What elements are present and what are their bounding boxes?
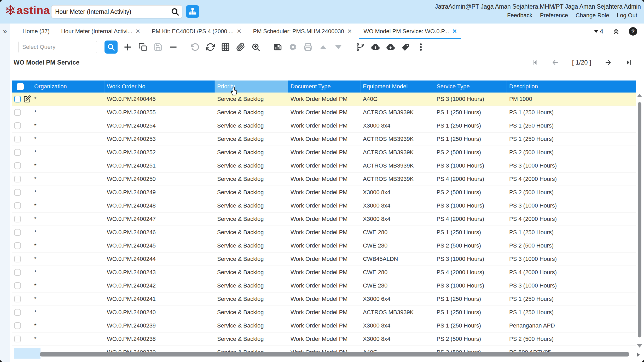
vertical-scrollbar[interactable] <box>637 93 642 357</box>
table-row[interactable]: * WO.0.PM.2400249 Service & Backlog Work… <box>12 186 636 199</box>
column-header-description[interactable]: Description <box>507 81 636 93</box>
table-row[interactable]: * WO.0.PM.2400245 Service & Backlog Work… <box>12 239 636 252</box>
tab-wo-model-pm-service-wo-0-p-[interactable]: WO Model PM Service: WO.0.P...✕ <box>358 24 463 39</box>
column-header-service-type[interactable]: Service Type <box>434 81 507 93</box>
row-checkbox[interactable] <box>14 322 21 329</box>
row-checkbox[interactable] <box>14 149 21 156</box>
delete-button[interactable] <box>168 42 178 52</box>
tab-hour-meter-internal-activi-[interactable]: Hour Meter (Internal Activi...✕ <box>55 24 146 39</box>
zoom-button[interactable] <box>251 42 261 52</box>
scroll-right-arrow-icon[interactable] <box>637 352 640 357</box>
table-row[interactable]: * WO.0.PM.2400252 Service & Backlog Work… <box>12 146 636 159</box>
copy-button[interactable] <box>138 42 148 52</box>
row-checkbox[interactable] <box>14 296 21 302</box>
tab-pm-scheduler-pms-mhm-2400030[interactable]: PM Scheduler: PMS.MHM.2400030✕ <box>247 24 358 39</box>
row-checkbox[interactable] <box>14 256 21 262</box>
row-checkbox[interactable] <box>14 242 21 249</box>
row-checkbox[interactable] <box>14 96 21 102</box>
scroll-up-arrow-icon[interactable] <box>637 94 642 97</box>
tab-list-dropdown[interactable]: 4 <box>594 28 603 35</box>
search-icon[interactable] <box>171 7 179 16</box>
table-row[interactable]: * WO.0.PM.2400445 Service & Backlog Work… <box>12 93 636 106</box>
move-down-button[interactable] <box>333 42 343 52</box>
column-header-document-type[interactable]: Document Type <box>288 81 361 93</box>
link-log-out[interactable]: Log Out <box>613 12 641 19</box>
table-row[interactable]: * WO.0.PM.2400241 Service & Backlog Work… <box>12 292 636 306</box>
row-checkbox[interactable] <box>14 136 21 142</box>
select-query-input[interactable] <box>19 44 97 50</box>
search-button[interactable] <box>105 41 118 54</box>
row-checkbox[interactable] <box>14 216 21 222</box>
edit-record-icon[interactable] <box>23 95 31 103</box>
row-checkbox[interactable] <box>14 229 21 236</box>
row-checkbox[interactable] <box>14 269 21 276</box>
undo-button[interactable] <box>190 42 200 52</box>
download-button[interactable] <box>370 42 380 52</box>
table-row[interactable]: * WO.0.PM.2400247 Service & Backlog Work… <box>12 212 636 226</box>
refresh-button[interactable] <box>205 42 215 52</box>
row-checkbox[interactable] <box>14 282 21 289</box>
column-header-organization[interactable]: Organization <box>32 81 105 93</box>
row-checkbox[interactable] <box>14 176 21 182</box>
first-page-button[interactable] <box>531 59 538 66</box>
vertical-scroll-thumb[interactable] <box>638 102 641 337</box>
table-row[interactable]: * WO.0.PM.2400243 Service & Backlog Work… <box>12 266 636 279</box>
more-options-button[interactable] <box>416 42 426 52</box>
select-all-checkbox[interactable] <box>17 83 24 90</box>
close-tab-icon[interactable]: ✕ <box>237 28 241 35</box>
column-header-priority[interactable]: Priority <box>215 81 288 93</box>
table-row[interactable]: * WO.0.PM.2400251 Service & Backlog Work… <box>12 159 636 173</box>
row-checkbox[interactable] <box>14 109 21 116</box>
table-row[interactable]: * WO.0.PM.2400242 Service & Backlog Work… <box>12 279 636 292</box>
horizontal-scroll-thumb[interactable] <box>40 352 629 357</box>
workflow-button[interactable] <box>355 42 365 52</box>
table-row[interactable]: * WO.0.PM.2400250 Service & Backlog Work… <box>12 173 636 186</box>
tab-pm-kit-ec480dl-ps-4-2000-[interactable]: PM Kit: EC480DL/PS 4 (2000 ...✕ <box>146 24 247 39</box>
horizontal-scrollbar[interactable] <box>34 352 635 358</box>
select-all-cell[interactable] <box>12 81 32 93</box>
attachments-button[interactable] <box>236 42 246 52</box>
report-button[interactable] <box>273 42 283 52</box>
close-tab-icon[interactable]: ✕ <box>136 28 140 35</box>
next-page-button[interactable] <box>605 59 612 66</box>
table-row[interactable]: * WO.0.PM.2400253 Service & Backlog Work… <box>12 133 636 146</box>
last-page-button[interactable] <box>625 59 632 66</box>
table-row[interactable]: * WO.0.PM.2400238 Service & Backlog Work… <box>12 332 636 346</box>
tag-button[interactable] <box>401 42 411 52</box>
collapse-all-icon[interactable] <box>612 27 620 35</box>
settings-button[interactable] <box>288 42 298 52</box>
expand-sidebar-icon[interactable]: » <box>0 27 10 36</box>
previous-page-button[interactable] <box>552 59 559 66</box>
row-checkbox[interactable] <box>14 336 21 342</box>
scroll-down-arrow-icon[interactable] <box>637 344 642 348</box>
global-search-input[interactable] <box>51 8 171 15</box>
table-row[interactable]: * WO.0.PM.2400240 Service & Backlog Work… <box>12 306 636 319</box>
save-button[interactable] <box>153 42 163 52</box>
upload-button[interactable] <box>386 42 396 52</box>
close-tab-icon[interactable]: ✕ <box>347 28 352 35</box>
link-change-role[interactable]: Change Role <box>572 12 613 19</box>
table-row[interactable]: * WO.0.PM.2400255 Service & Backlog Work… <box>12 106 636 119</box>
row-checkbox[interactable] <box>14 202 21 209</box>
column-header-equipment-model[interactable]: Equipment Model <box>361 81 434 93</box>
table-view-button[interactable] <box>221 42 230 52</box>
move-up-button[interactable] <box>318 42 328 52</box>
row-checkbox[interactable] <box>14 189 21 196</box>
row-checkbox[interactable] <box>14 162 21 169</box>
link-preference[interactable]: Preference <box>536 12 572 19</box>
close-tab-icon[interactable]: ✕ <box>452 28 457 35</box>
column-header-work-order-no[interactable]: Work Order No <box>105 81 215 93</box>
table-row[interactable]: * WO.0.PM.2400239 Service & Backlog Work… <box>12 319 636 332</box>
table-row[interactable]: * WO.0.PM.2400254 Service & Backlog Work… <box>12 119 636 133</box>
row-checkbox[interactable] <box>14 122 21 129</box>
table-row[interactable]: * WO.0.PM.2400248 Service & Backlog Work… <box>12 199 636 212</box>
print-button[interactable] <box>303 42 313 52</box>
link-feedback[interactable]: Feedback <box>503 12 536 19</box>
row-checkbox[interactable] <box>14 309 21 316</box>
navigator-button[interactable] <box>186 5 199 18</box>
tab-home-37-[interactable]: Home (37) <box>17 24 55 39</box>
help-button[interactable]: ? <box>629 27 637 36</box>
table-row[interactable]: * WO.0.PM.2400244 Service & Backlog Work… <box>12 252 636 266</box>
table-row[interactable]: * WO.0.PM.2400246 Service & Backlog Work… <box>12 226 636 239</box>
new-record-button[interactable] <box>123 42 133 52</box>
